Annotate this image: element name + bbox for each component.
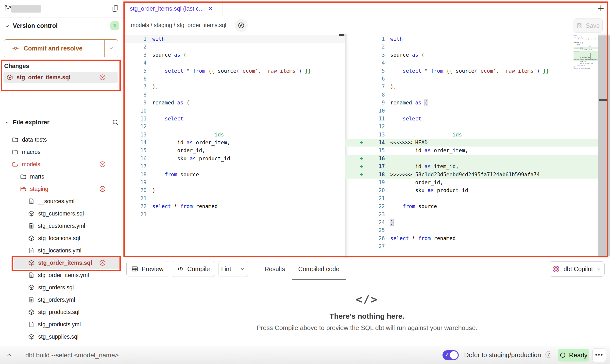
- file-item-stg_order_items.yml[interactable]: stg_order_items.yml: [0, 269, 124, 281]
- code-line[interactable]: 14 id as order_item,: [124, 139, 345, 147]
- left-pane-scrollbar[interactable]: [339, 33, 345, 258]
- file-item-stg_order_items.sql[interactable]: stg_order_items.sql: [14, 257, 120, 269]
- code-line[interactable]: 4: [124, 59, 345, 67]
- copy-icon[interactable]: [111, 5, 119, 13]
- code-line[interactable]: 7),: [345, 83, 598, 91]
- code-line[interactable]: 10: [124, 107, 345, 115]
- file-item-stg_orders.yml[interactable]: stg_orders.yml: [0, 294, 124, 306]
- code-line[interactable]: 10: [345, 107, 598, 115]
- code-line[interactable]: 13 ---------- ids: [124, 131, 345, 139]
- defer-toggle[interactable]: ✓: [442, 350, 459, 360]
- file-item-stg_locations.sql[interactable]: stg_locations.sql: [0, 232, 124, 244]
- code-line[interactable]: 8: [124, 91, 345, 99]
- file-item-stg_customers.yml[interactable]: stg_customers.yml: [0, 220, 124, 232]
- code-line[interactable]: 12: [345, 123, 598, 131]
- chevron-up-icon[interactable]: [6, 352, 12, 358]
- file-explorer-section-header[interactable]: File explorer: [0, 118, 124, 128]
- lint-button[interactable]: Lint: [219, 261, 248, 277]
- code-line[interactable]: 27: [345, 242, 598, 250]
- file-item-macros[interactable]: macros: [0, 146, 124, 158]
- lineage-compass-icon[interactable]: [235, 19, 248, 32]
- code-line[interactable]: 8: [345, 91, 598, 99]
- code-line[interactable]: 17: [124, 163, 345, 170]
- x-circle-icon[interactable]: [99, 161, 106, 168]
- search-icon[interactable]: [112, 119, 119, 126]
- code-line[interactable]: 23: [345, 211, 598, 218]
- code-line[interactable]: +17 id as item_id,: [345, 163, 598, 170]
- editor-minimap[interactable]: withsource as ( select * from {{ source(…: [574, 34, 598, 87]
- code-line[interactable]: 15 id as order_item,: [345, 147, 598, 154]
- new-tab-button[interactable]: +: [598, 2, 604, 14]
- right-pane-scrollbar[interactable]: [598, 33, 610, 258]
- tab-results[interactable]: Results: [263, 258, 287, 280]
- code-pane-left[interactable]: 1with23source as (45 select * from {{ so…: [124, 33, 345, 258]
- code-line[interactable]: 24): [345, 218, 598, 226]
- compile-button[interactable]: Compile: [172, 261, 215, 277]
- code-line[interactable]: 1with: [345, 35, 598, 43]
- code-line[interactable]: +14<<<<<<< HEAD: [345, 139, 598, 147]
- commit-options-caret[interactable]: [104, 40, 118, 57]
- file-item-staging[interactable]: staging: [0, 183, 124, 195]
- code-line[interactable]: 11 select: [124, 115, 345, 123]
- code-line[interactable]: 3source as (: [124, 51, 345, 59]
- file-item-stg_products.yml[interactable]: stg_products.yml: [0, 318, 124, 331]
- code-line[interactable]: 4: [345, 59, 598, 67]
- code-line[interactable]: 16 sku as product_id: [124, 155, 345, 163]
- version-control-section-header[interactable]: Version control 1: [0, 21, 124, 31]
- x-circle-icon[interactable]: [99, 185, 106, 192]
- file-item-stg_customers.sql[interactable]: stg_customers.sql: [0, 207, 124, 220]
- close-icon[interactable]: ✕: [208, 5, 213, 12]
- code-line[interactable]: 2: [345, 43, 598, 51]
- code-line[interactable]: 20 sku as product_id: [345, 186, 598, 194]
- code-line[interactable]: 18 from source: [124, 171, 345, 179]
- lint-options-caret[interactable]: [237, 261, 248, 277]
- more-options-button[interactable]: •••: [592, 348, 606, 362]
- x-circle-icon[interactable]: [99, 259, 106, 266]
- code-line[interactable]: 21: [345, 195, 598, 202]
- commit-and-resolve-button[interactable]: Commit and resolve: [4, 39, 118, 57]
- file-item-models[interactable]: models: [0, 158, 124, 170]
- code-line[interactable]: 5 select * from {{ source('ecom', 'raw_i…: [345, 67, 598, 75]
- code-line[interactable]: 20): [124, 186, 345, 194]
- code-line[interactable]: 9renamed as (: [345, 99, 598, 107]
- question-circle-icon[interactable]: ?: [545, 351, 552, 358]
- ready-status-badge[interactable]: Ready: [558, 349, 589, 362]
- file-item-__sources.yml[interactable]: __sources.yml: [0, 195, 124, 207]
- preview-button[interactable]: Preview: [126, 261, 168, 277]
- code-line[interactable]: 9renamed as (: [124, 99, 345, 107]
- code-line[interactable]: 26select * from renamed: [345, 234, 598, 242]
- code-line[interactable]: 3source as (: [345, 51, 598, 59]
- file-item-stg_locations.yml[interactable]: stg_locations.yml: [0, 244, 124, 257]
- save-button[interactable]: Save: [574, 18, 603, 33]
- file-item-marts[interactable]: marts: [0, 170, 124, 183]
- code-line[interactable]: 1with: [124, 35, 345, 43]
- code-line[interactable]: 7),: [124, 83, 345, 91]
- code-line[interactable]: 25: [345, 226, 598, 234]
- code-line[interactable]: 5 select * from {{ source('ecom', 'raw_i…: [124, 67, 345, 75]
- file-item-stg_products.sql[interactable]: stg_products.sql: [0, 306, 124, 318]
- changed-file-row[interactable]: stg_order_items.sql: [3, 72, 118, 83]
- file-item-data-tests[interactable]: data-tests: [0, 133, 124, 146]
- dbt-copilot-button[interactable]: dbt Copilot: [549, 261, 605, 277]
- tab-compiled-code[interactable]: Compiled code: [292, 258, 346, 280]
- code-line[interactable]: +18>>>>>>> 58c1dd23d5eebd9cd2495fa7124ab…: [345, 171, 598, 179]
- code-line[interactable]: 19: [124, 179, 345, 186]
- file-item-stg_supplies.sql[interactable]: stg_supplies.sql: [0, 331, 124, 343]
- tab-stg-order-items[interactable]: stg_order_items.sql (last c... ✕: [124, 0, 222, 17]
- code-line[interactable]: 2: [124, 43, 345, 51]
- code-line[interactable]: 21: [124, 195, 345, 202]
- command-input[interactable]: dbt build --select <model_name>: [25, 351, 119, 359]
- code-line[interactable]: 15 order_id,: [124, 147, 345, 154]
- x-circle-icon[interactable]: [99, 74, 106, 81]
- code-pane-right[interactable]: 1with23source as (45 select * from {{ so…: [345, 33, 598, 258]
- code-line[interactable]: +16=======: [345, 155, 598, 163]
- code-line[interactable]: 6: [345, 75, 598, 83]
- code-line[interactable]: 22select * from renamed: [124, 202, 345, 210]
- code-line[interactable]: 23: [124, 211, 345, 218]
- code-line[interactable]: 19 order_id,: [345, 179, 598, 186]
- code-line[interactable]: 12: [124, 123, 345, 131]
- git-branch-icon[interactable]: [4, 5, 12, 13]
- code-line[interactable]: 11 select: [345, 115, 598, 123]
- code-line[interactable]: 6: [124, 75, 345, 83]
- code-line[interactable]: 13 ---------- ids: [345, 131, 598, 139]
